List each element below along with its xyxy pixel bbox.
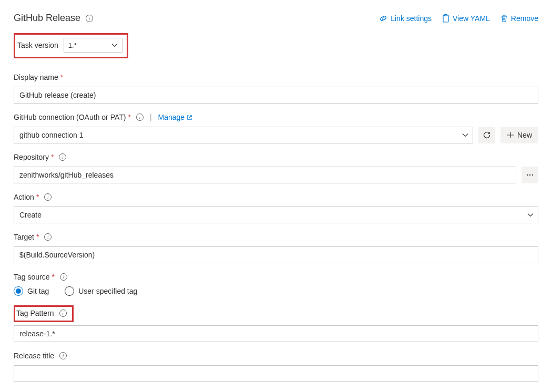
task-version-select[interactable]: 1.* — [64, 38, 122, 53]
trash-icon — [500, 14, 508, 23]
view-yaml-button[interactable]: View YAML — [442, 14, 490, 23]
info-icon[interactable]: i — [60, 273, 67, 281]
info-icon[interactable]: i — [59, 153, 66, 161]
task-version-label: Task version — [17, 41, 58, 49]
required-indicator: * — [128, 113, 130, 121]
svg-point-4 — [532, 174, 533, 176]
required-indicator: * — [52, 273, 54, 281]
info-icon[interactable]: i — [44, 193, 52, 201]
radio-git-tag[interactable]: Git tag — [14, 286, 49, 296]
release-title-input[interactable] — [14, 365, 538, 382]
chevron-down-icon — [527, 213, 534, 217]
target-input[interactable] — [14, 246, 538, 263]
info-icon[interactable]: i — [136, 114, 144, 121]
svg-point-3 — [529, 174, 530, 176]
display-name-label: Display name — [14, 73, 58, 81]
info-icon[interactable]: i — [44, 233, 52, 241]
chevron-down-icon — [462, 133, 468, 137]
radio-indicator — [65, 286, 74, 296]
tag-pattern-label: Tag Pattern — [16, 309, 54, 317]
new-button[interactable]: New — [500, 127, 538, 143]
info-icon[interactable]: i — [59, 352, 67, 359]
chevron-down-icon — [111, 43, 118, 47]
external-link-icon — [187, 115, 192, 120]
ellipsis-icon — [526, 174, 534, 176]
action-label: Action — [14, 193, 34, 201]
github-connection-label: GitHub connection (OAuth or PAT) — [14, 113, 126, 121]
display-name-input[interactable] — [14, 87, 538, 104]
target-label: Target — [14, 233, 34, 241]
link-icon — [379, 15, 387, 22]
github-connection-select[interactable]: github connection 1 — [14, 127, 473, 143]
page-title: GitHub Release — [14, 13, 80, 24]
refresh-icon — [483, 131, 491, 139]
task-version-row: Task version 1.* — [14, 33, 128, 58]
info-icon[interactable]: i — [59, 310, 67, 317]
required-indicator: * — [36, 193, 39, 201]
info-icon[interactable]: i — [86, 15, 93, 22]
manage-link[interactable]: Manage — [158, 113, 193, 121]
release-title-label: Release title — [14, 352, 54, 360]
plus-icon — [507, 131, 514, 139]
required-indicator: * — [51, 153, 54, 161]
radio-user-tag[interactable]: User specified tag — [65, 286, 137, 296]
action-select[interactable]: Create — [14, 207, 538, 223]
required-indicator: * — [36, 233, 39, 241]
tag-pattern-input[interactable] — [14, 325, 538, 342]
remove-button[interactable]: Remove — [500, 14, 538, 23]
refresh-button[interactable] — [478, 127, 495, 143]
link-settings-button[interactable]: Link settings — [379, 14, 432, 23]
radio-indicator — [14, 286, 23, 296]
svg-point-2 — [527, 174, 528, 176]
repository-input[interactable] — [14, 167, 516, 183]
clipboard-icon — [442, 14, 449, 23]
browse-button[interactable] — [522, 167, 538, 183]
repository-label: Repository — [14, 153, 49, 161]
required-indicator: * — [60, 73, 63, 81]
tag-source-label: Tag source — [14, 273, 49, 281]
